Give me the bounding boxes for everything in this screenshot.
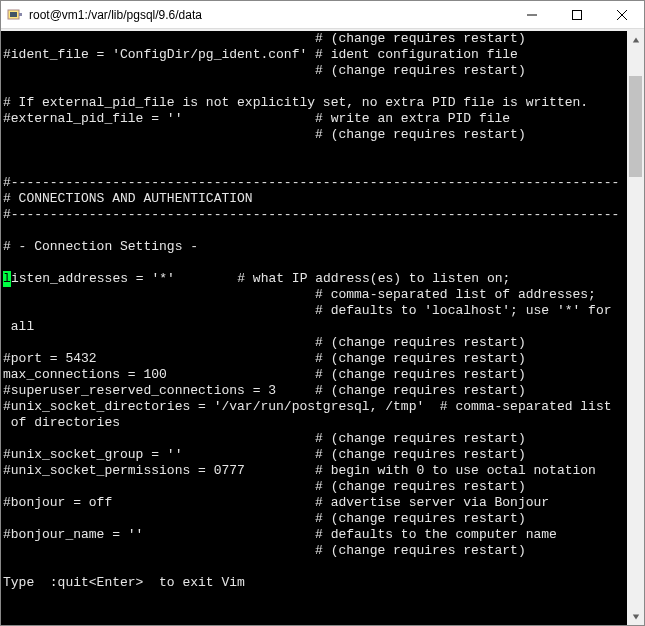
terminal-area: # (change requires restart) #ident_file … — [1, 31, 644, 625]
scrollbar-track[interactable] — [627, 48, 644, 608]
close-button[interactable] — [599, 1, 644, 29]
scrollbar-thumb[interactable] — [629, 76, 642, 177]
svg-rect-2 — [19, 13, 22, 16]
terminal-content[interactable]: # (change requires restart) #ident_file … — [1, 31, 627, 625]
window-title: root@vm1:/var/lib/pgsql/9.6/data — [29, 8, 202, 22]
vertical-scrollbar[interactable] — [627, 31, 644, 625]
svg-marker-8 — [632, 614, 638, 619]
svg-rect-4 — [572, 10, 581, 19]
scroll-down-button[interactable] — [627, 608, 644, 625]
putty-icon — [7, 7, 23, 23]
minimize-button[interactable] — [509, 1, 554, 29]
svg-marker-7 — [632, 37, 638, 42]
svg-rect-1 — [10, 12, 17, 17]
maximize-button[interactable] — [554, 1, 599, 29]
scroll-up-button[interactable] — [627, 31, 644, 48]
window-titlebar: root@vm1:/var/lib/pgsql/9.6/data — [1, 1, 644, 29]
